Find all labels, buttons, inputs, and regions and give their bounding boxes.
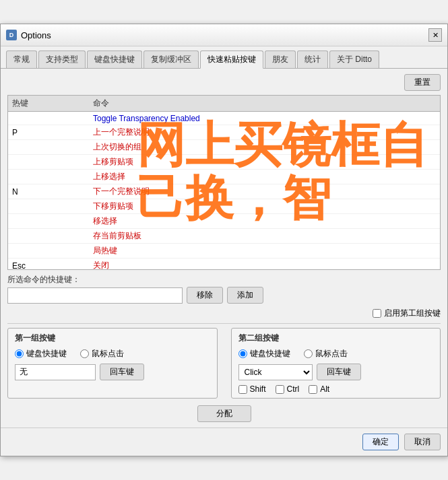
bottom-bar: 确定 取消 <box>1 427 447 456</box>
group1-radio-row: 键盘快捷键 鼠标点击 <box>15 348 210 359</box>
shortcut-section: 所选命令的快捷键： 移除 添加 <box>7 274 441 304</box>
separator <box>7 323 441 324</box>
options-window: D Options ✕ 常规 支持类型 键盘快捷键 复制缓冲区 快速粘贴按键 朋… <box>0 24 448 456</box>
group2-dropdown[interactable]: Click <box>238 364 313 380</box>
tab-stats[interactable]: 统计 <box>297 50 328 68</box>
use-group-label: 启用第工组按键 <box>384 308 441 319</box>
table-row[interactable]: 上移剪贴项 <box>8 155 440 170</box>
tab-quick-paste[interactable]: 快速粘贴按键 <box>200 50 263 69</box>
group1-input-row: 回车键 <box>15 364 210 380</box>
group2-box: 第二组按键 键盘快捷键 鼠标点击 Click 回车键 <box>231 328 441 399</box>
group2-radio-keyboard[interactable]: 键盘快捷键 <box>238 348 290 359</box>
col-hotkey-header: 热键 <box>12 98 93 109</box>
table-header: 热键 命令 <box>8 96 440 112</box>
app-icon: D <box>6 30 17 40</box>
group2-title: 第二组按键 <box>238 333 434 344</box>
alt-checkbox[interactable] <box>309 385 317 394</box>
window-title: Options <box>21 30 51 40</box>
group1-radio-mouse[interactable]: 鼠标点击 <box>80 348 124 359</box>
ctrl-checkbox[interactable] <box>276 385 284 394</box>
tab-content: 重置 热键 命令 Toggle Transparency Enabled P 上… <box>1 69 447 427</box>
tab-support-type[interactable]: 支持类型 <box>38 50 86 68</box>
shortcut-row: 移除 添加 <box>7 287 441 304</box>
shortcut-input[interactable] <box>7 287 183 304</box>
tab-friends[interactable]: 朋友 <box>265 50 296 68</box>
group-boxes: 第一组按键 键盘快捷键 鼠标点击 回车键 <box>7 328 441 399</box>
group2-enter-button[interactable]: 回车键 <box>317 364 361 380</box>
table-row[interactable]: 移选择 <box>8 214 440 229</box>
assign-button[interactable]: 分配 <box>197 405 251 422</box>
tab-bar: 常规 支持类型 键盘快捷键 复制缓冲区 快速粘贴按键 朋友 统计 关于 Ditt… <box>1 46 447 69</box>
tab-keyboard-shortcut[interactable]: 键盘快捷键 <box>87 50 142 68</box>
use-group-checkbox[interactable] <box>373 309 381 318</box>
tab-general[interactable]: 常规 <box>6 50 37 68</box>
group1-title: 第一组按键 <box>15 333 210 344</box>
shortcut-label: 所选命令的快捷键： <box>7 274 441 285</box>
top-toolbar: 重置 <box>7 74 441 91</box>
reset-button[interactable]: 重置 <box>404 74 441 91</box>
alt-checkbox-label[interactable]: Alt <box>309 384 329 394</box>
tab-about[interactable]: 关于 Ditto <box>329 50 379 68</box>
group2-radio-mouse[interactable]: 鼠标点击 <box>304 348 348 359</box>
ctrl-checkbox-label[interactable]: Ctrl <box>276 384 300 394</box>
col-command-header: 命令 <box>93 98 436 109</box>
group2-input-row: Click 回车键 <box>238 364 434 380</box>
group1-box: 第一组按键 键盘快捷键 鼠标点击 回车键 <box>7 328 218 399</box>
table-row[interactable]: 存当前剪贴板 <box>8 229 440 244</box>
shift-checkbox-label[interactable]: Shift <box>238 384 266 394</box>
group2-radio-row: 键盘快捷键 鼠标点击 <box>238 348 434 359</box>
tab-copy-buffer[interactable]: 复制缓冲区 <box>143 50 199 68</box>
remove-shortcut-button[interactable]: 移除 <box>187 287 223 304</box>
table-row[interactable]: 上次切换的组 <box>8 140 440 155</box>
hotkey-table[interactable]: 热键 命令 Toggle Transparency Enabled P 上一个完… <box>7 95 441 270</box>
group2-checkbox-row: Shift Ctrl Alt <box>238 384 434 394</box>
group1-radio-keyboard[interactable]: 键盘快捷键 <box>15 348 67 359</box>
table-row[interactable]: Esc 关闭 <box>8 259 440 270</box>
title-bar: D Options ✕ <box>1 24 447 46</box>
assign-row: 分配 <box>7 405 441 422</box>
use-group-row: 启用第工组按键 <box>7 308 441 319</box>
group1-enter-button[interactable]: 回车键 <box>100 364 144 380</box>
table-row[interactable]: N 下一个完整说明 <box>8 184 440 199</box>
table-row[interactable]: P 上一个完整说明 <box>8 125 440 140</box>
table-row[interactable]: 下移剪贴项 <box>8 199 440 214</box>
add-shortcut-button[interactable]: 添加 <box>227 287 263 304</box>
table-row[interactable]: Toggle Transparency Enabled <box>8 112 440 125</box>
ok-button[interactable]: 确定 <box>362 434 399 450</box>
table-row[interactable]: 局热键 <box>8 244 440 259</box>
cancel-button[interactable]: 取消 <box>404 434 441 450</box>
close-button[interactable]: ✕ <box>428 28 442 42</box>
group1-key-input[interactable] <box>15 364 96 380</box>
table-row[interactable]: 上移选择 <box>8 170 440 184</box>
shift-checkbox[interactable] <box>238 385 247 394</box>
